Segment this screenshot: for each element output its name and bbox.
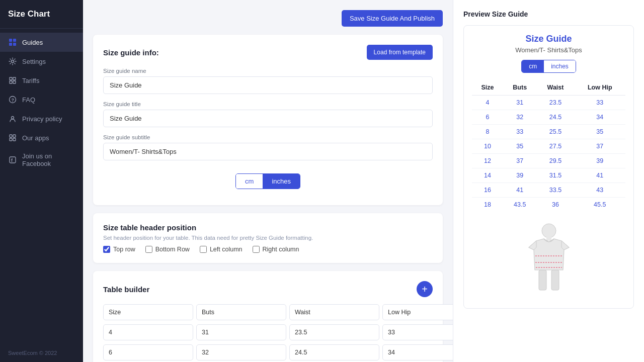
svg-point-18 [542, 224, 556, 238]
preview-table-row: 103527.537 [472, 139, 625, 154]
cell-buts-0[interactable] [196, 324, 286, 340]
bottom-row-checkbox-label[interactable]: Bottom Row [145, 246, 190, 253]
inches-toggle-button[interactable]: inches [263, 174, 300, 189]
sidebar-item-faq[interactable]: ? FAQ [0, 90, 83, 109]
sidebar-label-privacy: Privacy policy [22, 115, 62, 123]
sidebar-nav: Guides Settings Tariffs [0, 29, 83, 344]
table-row: × [103, 324, 433, 340]
top-row-checkbox[interactable] [103, 246, 110, 253]
preview-cm-button[interactable]: cm [522, 60, 544, 72]
right-col-checkbox[interactable] [253, 246, 260, 253]
sidebar-label-apps: Our apps [22, 134, 49, 142]
left-col-checkbox[interactable] [200, 246, 207, 253]
sidebar-label-tariffs: Tariffs [22, 77, 39, 84]
subtitle-group: Size guide subtitle [103, 134, 433, 160]
svg-text:?: ? [12, 98, 15, 103]
sidebar-item-facebook[interactable]: f Join us on Facebook [0, 147, 83, 172]
table-row: × [103, 344, 433, 360]
cell-lowhip-1[interactable] [382, 344, 453, 360]
sidebar-item-apps[interactable]: Our apps [0, 128, 83, 147]
unit-toggle: cm inches [235, 173, 300, 189]
preview-table-row: 1843.53645.5 [472, 198, 625, 212]
name-group: Size guide name [103, 68, 433, 94]
svg-point-4 [12, 60, 14, 63]
preview-col-waist: Waist [536, 80, 574, 96]
save-publish-button[interactable]: Save Size Guide And Publish [342, 10, 443, 27]
cell-buts-1[interactable] [196, 344, 286, 360]
preview-col-size: Size [472, 80, 503, 96]
preview-table-row: 83325.535 [472, 125, 625, 139]
sidebar-item-guides[interactable]: Guides [0, 33, 83, 52]
svg-rect-0 [9, 39, 12, 42]
editor-panel: Save Size Guide And Publish Size guide i… [83, 0, 453, 362]
svg-rect-8 [13, 81, 16, 83]
top-row-checkbox-label[interactable]: Top row [103, 246, 135, 253]
title-group: Size guide title [103, 101, 433, 127]
svg-rect-16 [10, 157, 16, 163]
svg-rect-1 [13, 39, 16, 42]
svg-rect-6 [13, 77, 16, 80]
checkbox-row: Top row Bottom Row Left column Right col… [103, 246, 433, 253]
load-from-template-button[interactable]: Load from template [367, 45, 433, 60]
grid-icon [8, 38, 17, 47]
sidebar-item-tariffs[interactable]: Tariffs [0, 71, 83, 90]
cell-lowhip-0[interactable] [382, 324, 453, 340]
name-input[interactable] [103, 76, 433, 94]
preview-table-row: 63224.534 [472, 110, 625, 125]
table-builder-label: Table builder [103, 285, 149, 294]
sidebar-footer: SweetEcom © 2022 [0, 344, 83, 362]
svg-rect-2 [9, 43, 12, 46]
cell-waist-1[interactable] [289, 344, 379, 360]
title-label: Size guide title [103, 101, 433, 107]
col-header-buts[interactable] [196, 304, 286, 320]
subtitle-input[interactable] [103, 143, 433, 160]
svg-rect-23 [539, 270, 546, 290]
settings-icon [8, 57, 17, 66]
sidebar-item-settings[interactable]: Settings [0, 52, 83, 71]
table-builder-card: Table builder + × × [93, 271, 443, 362]
svg-rect-24 [551, 270, 559, 290]
preview-unit-toggle: cm inches [472, 60, 625, 73]
sidebar-label-facebook: Join us on Facebook [22, 152, 75, 167]
bottom-row-checkbox[interactable] [145, 246, 152, 253]
left-col-label: Left column [210, 246, 243, 253]
sidebar-item-privacy[interactable]: Privacy policy [0, 109, 83, 128]
preview-inches-button[interactable]: inches [544, 60, 576, 72]
app-title: Size Chart [0, 0, 83, 29]
preview-panel: Preview Size Guide Size Guide Women/T- S… [453, 0, 644, 362]
preview-card: Size Guide Women/T- Shirts&Tops cm inche… [463, 25, 634, 309]
table-header-row: × [103, 304, 433, 320]
preview-guide-subtitle: Women/T- Shirts&Tops [472, 46, 625, 54]
cm-toggle-button[interactable]: cm [236, 174, 263, 189]
svg-rect-14 [10, 138, 12, 141]
right-col-checkbox-label[interactable]: Right column [253, 246, 299, 253]
col-header-waist[interactable] [289, 304, 379, 320]
svg-rect-15 [13, 138, 16, 141]
preview-table-row: 143931.541 [472, 168, 625, 183]
size-guide-info-card: Size guide info: Load from template Size… [93, 35, 443, 205]
bottom-row-label: Bottom Row [155, 246, 190, 253]
main-content: Save Size Guide And Publish Size guide i… [83, 0, 644, 362]
cell-waist-0[interactable] [289, 324, 379, 340]
tag-icon [8, 76, 17, 85]
subtitle-label: Size guide subtitle [103, 134, 433, 140]
col-header-lowhip[interactable] [382, 304, 453, 320]
sidebar-label-faq: FAQ [22, 96, 35, 104]
preview-table: Size Buts Waist Low Hip 43123.533 63224.… [472, 80, 625, 212]
cell-size-0[interactable] [103, 324, 193, 340]
cell-size-1[interactable] [103, 344, 193, 360]
facebook-icon: f [8, 155, 17, 164]
preview-section-label: Preview Size Guide [463, 10, 634, 18]
preview-table-row: 123729.539 [472, 154, 625, 168]
header-position-label: Size table header position [103, 223, 433, 232]
left-col-checkbox-label[interactable]: Left column [200, 246, 243, 253]
svg-rect-12 [10, 135, 12, 137]
privacy-icon [8, 114, 17, 123]
svg-rect-3 [13, 43, 16, 46]
title-input[interactable] [103, 110, 433, 127]
right-col-label: Right column [263, 246, 299, 253]
col-header-size[interactable] [103, 304, 193, 320]
add-row-button[interactable]: + [417, 281, 433, 297]
preview-table-row: 43123.533 [472, 96, 625, 110]
figure-container [472, 220, 625, 300]
